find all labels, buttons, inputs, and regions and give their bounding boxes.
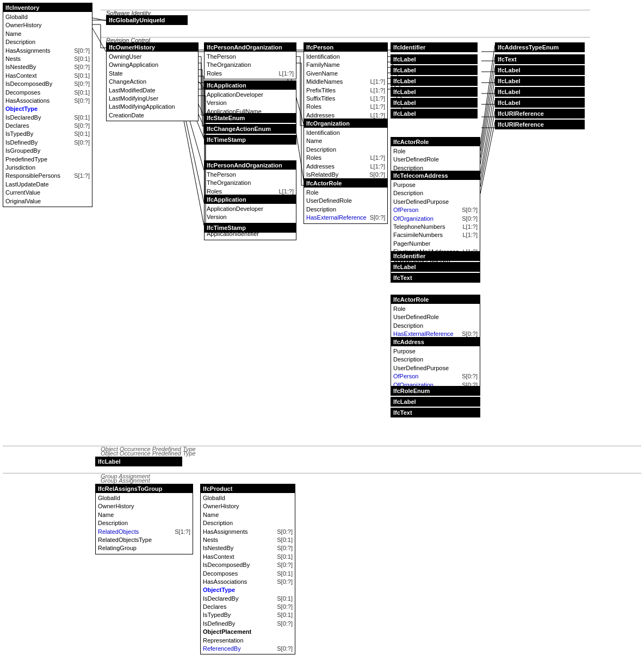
box-ifc-person-org-2-body: ThePerson TheOrganization RolesL[1:?] [205, 170, 296, 197]
box-ifc-application-1-title: IfcApplication [205, 81, 296, 90]
svg-line-28 [92, 18, 106, 21]
box-ifc-person-org-2-title: IfcPersonAndOrganization [205, 161, 296, 170]
box-ifc-label-7: IfcLabel [391, 262, 480, 272]
box-ifc-actor-role-1: IfcActorRole Role UserDefinedRole Descri… [304, 178, 388, 224]
box-ifc-label-6: IfcLabel [391, 109, 478, 119]
box-ifc-label-4-title: IfcLabel [391, 88, 477, 96]
box-ifc-label-main-title: IfcLabel [96, 457, 182, 466]
box-ifc-actor-role-3-body: Role UserDefinedRole Description HasExte… [391, 304, 480, 340]
box-ifc-uri-ref-2-title: IfcURIReference [496, 120, 584, 129]
box-ifc-label-1-title: IfcLabel [391, 55, 477, 64]
box-ifc-label-3: IfcLabel [391, 76, 478, 86]
box-ifc-rel-assigns-to-group-title: IfcRelAssignsToGroup [96, 484, 193, 493]
label-object-occurrence: Object Occurrence Predefined Type [101, 450, 196, 457]
box-ifc-application-2-title: IfcApplication [205, 195, 296, 204]
box-ifc-text-1: IfcText [391, 273, 480, 283]
box-ifc-address-type-enum: IfcAddressTypeEnum [495, 42, 585, 52]
box-ifc-state-enum: IfcStateEnum [204, 113, 296, 123]
box-ifc-text-2: IfcText [391, 408, 480, 417]
box-ifc-person-org-1: IfcPersonAndOrganization ThePerson TheOr… [204, 42, 296, 79]
box-ifc-label-8: IfcLabel [391, 397, 480, 407]
box-ifc-person-org-1-title: IfcPersonAndOrganization [205, 43, 296, 52]
box-ifc-owner-history-title: IfcOwnerHistory [107, 43, 198, 52]
box-ifc-uri-ref-2: IfcURIReference [495, 120, 585, 129]
box-ifc-actor-role-2-title: IfcActorRole [391, 138, 480, 146]
box-ifc-time-stamp-2: IfcTimeStamp [204, 223, 296, 233]
box-ifc-label-2: IfcLabel [391, 65, 478, 75]
box-ifc-inventory-title: IfcInventory [3, 3, 92, 12]
box-ifc-text-2-title: IfcText [391, 408, 480, 417]
box-ifc-text-1-title: IfcText [391, 273, 480, 282]
box-ifc-person-title: IfcPerson [304, 43, 387, 52]
box-ifc-product-title: IfcProduct [201, 484, 295, 493]
box-ifc-address-type-enum-title: IfcAddressTypeEnum [496, 43, 584, 52]
box-ifc-change-action-enum: IfcChangeActionEnum [204, 124, 296, 134]
box-ifc-role-enum: IfcRoleEnum [391, 386, 480, 396]
svg-line-75 [480, 111, 495, 187]
box-ifc-owner-history-body: OwningUser OwningApplication State Chang… [107, 52, 198, 121]
box-ifc-identifier-1-title: IfcIdentifier [391, 43, 477, 52]
box-ifc-label-6-title: IfcLabel [391, 109, 477, 118]
box-ifc-label-right-3-title: IfcLabel [496, 88, 584, 96]
svg-line-73 [480, 89, 495, 174]
box-ifc-person: IfcPerson Identification FamilyName Give… [304, 42, 388, 130]
box-ifc-time-stamp-2-title: IfcTimeStamp [205, 223, 296, 232]
box-ifc-time-stamp-1-title: IfcTimeStamp [205, 135, 296, 144]
box-ifc-label-3-title: IfcLabel [391, 77, 477, 85]
box-ifc-address-title: IfcAddress [391, 338, 480, 346]
box-ifc-product-body: GlobalId OwnerHistory Name Description H… [201, 493, 295, 654]
box-ifc-address: IfcAddress Purpose Description UserDefin… [391, 337, 480, 391]
box-ifc-label-right-1-title: IfcLabel [496, 66, 584, 74]
box-ifc-uri-ref-1: IfcURIReference [495, 109, 585, 119]
box-ifc-person-org-2: IfcPersonAndOrganization ThePerson TheOr… [204, 160, 296, 197]
box-ifc-uri-ref-1-title: IfcURIReference [496, 109, 584, 118]
svg-line-1 [92, 28, 106, 52]
box-ifc-label-right-2: IfcLabel [495, 76, 585, 86]
box-ifc-label-1: IfcLabel [391, 54, 478, 64]
box-ifc-text-3: IfcText [495, 54, 585, 64]
box-ifc-label-right-2-title: IfcLabel [496, 77, 584, 85]
box-ifc-globally-unique-id-title: IfcGloballyUniqueId [107, 16, 187, 24]
svg-line-76 [480, 122, 495, 194]
box-ifc-product: IfcProduct GlobalId OwnerHistory Name De… [200, 484, 295, 654]
box-ifc-telecom-address-title: IfcTelecomAddress [391, 171, 480, 180]
box-ifc-identifier-1: IfcIdentifier [391, 42, 478, 52]
box-ifc-text-3-title: IfcText [496, 55, 584, 64]
svg-line-71 [480, 67, 495, 158]
label-group-assignment: Group Assignment [101, 477, 150, 484]
box-ifc-time-stamp-1: IfcTimeStamp [204, 135, 296, 145]
box-ifc-person-org-1-body: ThePerson TheOrganization RolesL[1:?] [205, 52, 296, 79]
box-ifc-actor-role-1-title: IfcActorRole [304, 179, 387, 188]
box-ifc-application-2-body: ApplicationDeveloper Version Application… [205, 204, 296, 240]
box-ifc-person-body: Identification FamilyName GivenName Midd… [304, 52, 387, 129]
box-ifc-rel-assigns-to-group: IfcRelAssignsToGroup GlobalId OwnerHisto… [95, 484, 193, 554]
box-ifc-state-enum-title: IfcStateEnum [205, 114, 296, 122]
svg-line-72 [480, 78, 495, 164]
svg-line-74 [480, 100, 495, 180]
svg-line-69 [480, 45, 495, 145]
box-ifc-identifier-2-title: IfcIdentifier [391, 252, 480, 260]
box-ifc-globally-unique-id: IfcGloballyUniqueId [106, 15, 188, 25]
box-ifc-label-5-title: IfcLabel [391, 98, 477, 107]
canvas: Software Identity Revision Control Objec… [0, 0, 644, 661]
box-ifc-label-4: IfcLabel [391, 87, 478, 97]
box-ifc-label-8-title: IfcLabel [391, 397, 480, 406]
box-ifc-label-right-4-title: IfcLabel [496, 98, 584, 107]
box-ifc-actor-role-3: IfcActorRole Role UserDefinedRole Descri… [391, 295, 480, 340]
box-ifc-application-2: IfcApplication ApplicationDeveloper Vers… [204, 195, 296, 240]
box-ifc-actor-role-3-title: IfcActorRole [391, 295, 480, 304]
box-ifc-owner-history: IfcOwnerHistory OwningUser OwningApplica… [106, 42, 199, 121]
box-ifc-inventory: IfcInventory GlobalId OwnerHistory Name … [3, 3, 92, 207]
box-ifc-label-main: IfcLabel [95, 457, 182, 466]
box-ifc-actor-role-1-body: Role UserDefinedRole Description HasExte… [304, 188, 387, 223]
box-ifc-organization-title: IfcOrganization [304, 119, 387, 128]
svg-line-70 [480, 57, 495, 151]
box-ifc-label-right-1: IfcLabel [495, 65, 585, 75]
box-ifc-label-right-3: IfcLabel [495, 87, 585, 97]
box-ifc-label-right-4: IfcLabel [495, 98, 585, 108]
box-ifc-inventory-body: GlobalId OwnerHistory Name Description H… [3, 12, 92, 207]
box-ifc-label-7-title: IfcLabel [391, 263, 480, 271]
box-ifc-change-action-enum-title: IfcChangeActionEnum [205, 124, 296, 133]
box-ifc-address-body: Purpose Description UserDefinedPurpose O… [391, 346, 480, 390]
box-ifc-identifier-2: IfcIdentifier [391, 251, 480, 261]
